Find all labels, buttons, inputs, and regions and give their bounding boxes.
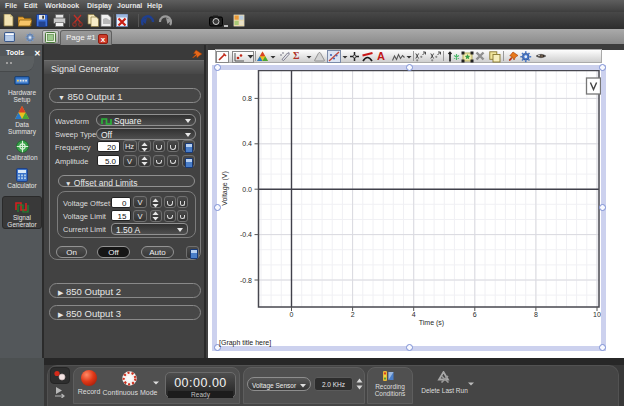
- svg-text:10: 10: [593, 311, 601, 318]
- svg-text:Voltage (V): Voltage (V): [220, 171, 228, 206]
- svg-text:0.8: 0.8: [242, 94, 252, 101]
- svg-text:-0.8: -0.8: [239, 276, 251, 283]
- svg-text:2: 2: [350, 311, 354, 318]
- svg-text:0: 0: [289, 311, 293, 318]
- svg-text:-0.4: -0.4: [239, 231, 251, 238]
- svg-text:0.0: 0.0: [242, 185, 252, 192]
- svg-text:Time (s): Time (s): [418, 318, 443, 326]
- svg-text:8: 8: [533, 311, 537, 318]
- svg-text:4: 4: [411, 311, 415, 318]
- svg-text:6: 6: [472, 311, 476, 318]
- svg-text:0.4: 0.4: [242, 140, 252, 147]
